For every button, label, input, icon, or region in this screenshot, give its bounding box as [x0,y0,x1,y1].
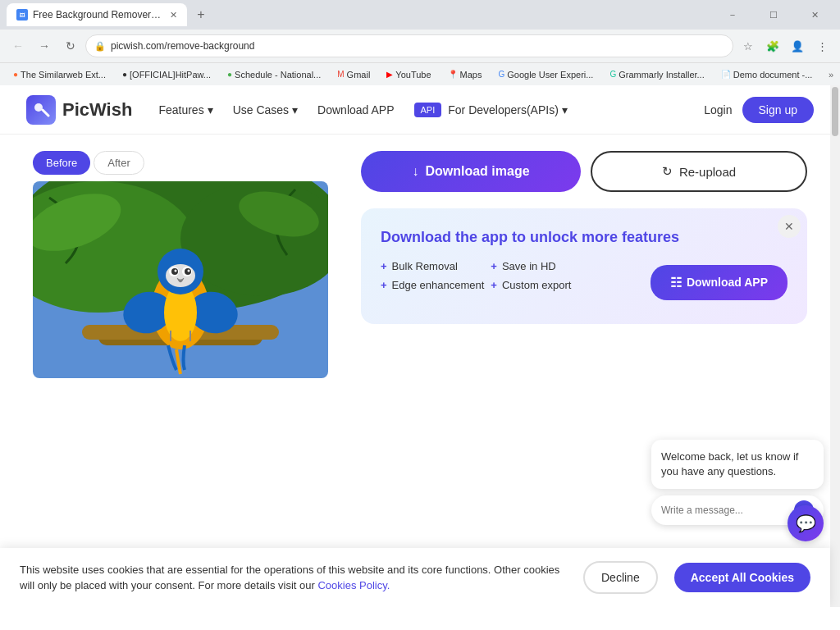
extension-icon[interactable]: 🧩 [761,34,784,57]
bookmark-favicon: ● [227,70,232,79]
bookmark-youtube[interactable]: ▶ YouTube [380,68,437,81]
svg-point-0 [34,103,43,112]
logo-text: PicWish [62,99,132,121]
app-store-icon: ☷ [670,275,682,290]
bookmark-favicon: ● [13,70,18,79]
bookmark-similarweb[interactable]: ● The Similarweb Ext... [7,68,112,81]
url-text: picwish.com/remove-background [111,40,254,52]
bookmark-gmail[interactable]: M Gmail [331,68,377,81]
chevron-down-icon: ▾ [562,103,568,116]
bookmark-schedule[interactable]: ● Schedule - National... [221,68,327,81]
forward-button[interactable]: → [33,34,56,57]
tab-favicon: 🖼 [16,9,28,21]
nav-features[interactable]: Features ▾ [158,103,212,116]
window-controls: − ☐ ✕ [714,3,833,26]
action-buttons: ↓ Download image ↻ Re-upload [361,151,807,192]
back-button[interactable]: ← [7,34,30,57]
promo-features: + Bulk Removal + Save in HD + Edge enhan… [381,260,595,291]
profile-icon[interactable]: 👤 [786,34,809,57]
feature-custom-export: + Custom export [491,279,594,291]
more-options-icon[interactable]: ⋮ [810,34,833,57]
bookmark-favicon: ▶ [386,70,393,79]
chat-avatar[interactable]: 💬 [788,505,824,541]
bookmark-label: Demo document -... [733,70,813,80]
cookies-policy-text: Cookies Policy. [317,579,390,591]
reupload-button[interactable]: ↻ Re-upload [591,151,807,192]
image-section: Before After [33,151,328,378]
bookmark-label: Schedule - National... [235,70,321,80]
nav-download-app[interactable]: Download APP [317,103,394,116]
after-tab[interactable]: After [94,151,144,175]
lock-icon: 🔒 [94,41,106,52]
logo[interactable]: PicWish [26,95,132,125]
nav-btn-group: Login Sign up [704,97,814,123]
maximize-button[interactable]: ☐ [755,3,792,26]
before-after-tabs: Before After [33,151,328,175]
chat-message-input[interactable] [661,504,788,516]
bookmark-demo-doc[interactable]: 📄 Demo document -... [714,68,819,81]
close-button[interactable]: ✕ [796,3,833,26]
right-panel: ↓ Download image ↻ Re-upload ✕ Download … [361,151,807,324]
bookmark-maps[interactable]: 📍 Maps [441,68,489,81]
site-nav: PicWish Features ▾ Use Cases ▾ Download … [0,85,840,135]
bookmarks-bar: ● The Similarweb Ext... ● [OFFICIAL]HitP… [0,62,840,85]
chevron-down-icon: ▾ [292,103,298,116]
api-badge: API [414,103,442,117]
before-tab[interactable]: Before [33,151,90,175]
nav-developers-label: For Developers(APIs) [448,103,559,116]
promo-title: Download the app to unlock more features [381,228,788,247]
nav-features-label: Features [158,103,203,116]
bookmark-favicon: ● [122,70,127,79]
bookmark-label: The Similarweb Ext... [21,70,106,80]
scrollbar[interactable] [830,85,840,607]
feature-label: Save in HD [502,260,556,272]
title-bar: 🖼 Free Background Remover: Rem... ✕ + − … [0,0,840,30]
signup-button[interactable]: Sign up [742,97,814,123]
browser-chrome: 🖼 Free Background Remover: Rem... ✕ + − … [0,0,840,85]
accept-cookies-button[interactable]: Accept All Cookies [674,563,810,592]
browser-tab[interactable]: 🖼 Free Background Remover: Rem... ✕ [7,3,187,26]
promo-content-row: + Bulk Removal + Save in HD + Edge enhan… [381,260,788,304]
reupload-label: Re-upload [679,165,736,179]
bookmarks-more[interactable]: » [829,70,833,80]
plus-icon: + [381,260,387,272]
download-app-button[interactable]: ☷ Download APP [651,265,788,300]
browser-nav: ← → ↻ 🔒 picwish.com/remove-background ☆ … [0,30,840,62]
download-image-label: Download image [425,164,529,179]
login-button[interactable]: Login [704,103,732,116]
bookmark-favicon: 📄 [721,70,731,79]
cookie-banner: This website uses cookies that are essen… [0,548,830,607]
reload-button[interactable]: ↻ [59,34,82,57]
bookmark-grammarly[interactable]: G Grammarly Installer... [603,68,710,81]
new-tab-button[interactable]: + [190,4,212,25]
bookmark-hitpaw[interactable]: ● [OFFICIAL]HitPaw... [116,68,217,81]
chat-welcome-bubble: Welcome back, let us know if you have an… [651,440,824,489]
app-promo-card: ✕ Download the app to unlock more featur… [361,208,807,324]
download-image-button[interactable]: ↓ Download image [361,151,581,192]
svg-point-19 [175,270,177,272]
nav-use-cases[interactable]: Use Cases ▾ [233,103,298,116]
bookmark-google-user-exp[interactable]: G Google User Experi... [491,68,600,81]
bookmark-label: Google User Experi... [507,70,593,80]
bookmark-favicon: M [337,70,344,79]
cookie-text: This website uses cookies that are essen… [20,562,567,594]
tab-title: Free Background Remover: Rem... [33,9,162,21]
address-bar[interactable]: 🔒 picwish.com/remove-background [85,34,733,57]
decline-cookies-button[interactable]: Decline [583,561,658,594]
feature-edge-enhancement: + Edge enhancement [381,279,484,291]
minimize-button[interactable]: − [714,3,751,26]
cookies-policy-link[interactable]: Cookies Policy. [317,579,390,591]
cookie-message: This website uses cookies that are essen… [20,564,559,592]
bookmark-icon[interactable]: ☆ [737,34,760,57]
feature-save-hd: + Save in HD [491,260,594,272]
bookmark-favicon: 📍 [448,70,458,79]
close-promo-button[interactable]: ✕ [778,215,801,238]
reupload-icon: ↻ [662,164,673,179]
bookmark-label: Gmail [347,70,371,80]
logo-icon [26,95,56,125]
nav-developers[interactable]: API For Developers(APIs) ▾ [414,103,568,117]
parrot-image-container [33,181,328,378]
bookmark-label: Grammarly Installer... [619,70,705,80]
tab-close-icon[interactable]: ✕ [170,10,177,21]
scrollbar-thumb[interactable] [832,87,838,136]
